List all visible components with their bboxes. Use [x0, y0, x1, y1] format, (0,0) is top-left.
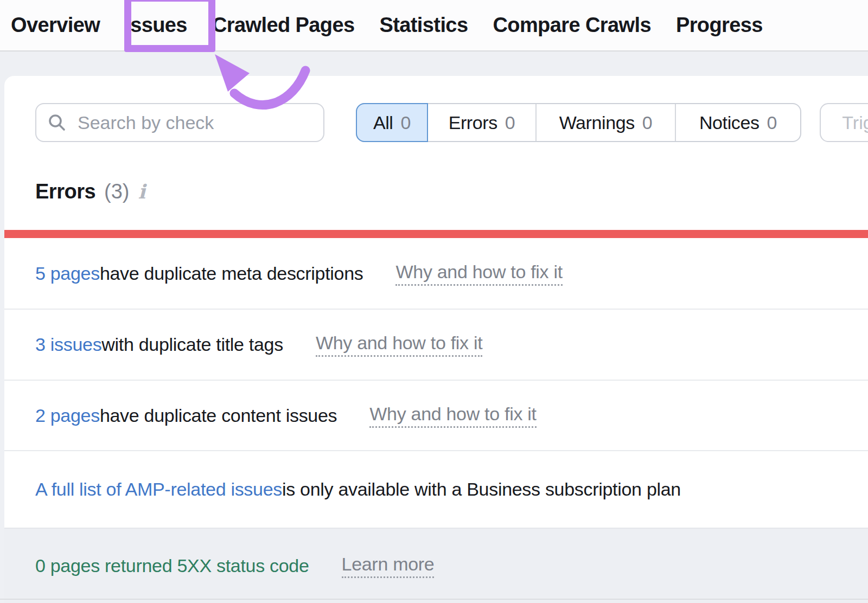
issue-row-amp-upsell: A full list of AMP-related issues is onl… — [4, 450, 868, 528]
issue-pages-link[interactable]: 3 issues — [35, 334, 101, 355]
triggered-checks-button[interactable]: Trig — [820, 103, 868, 142]
filter-all-label: All — [373, 112, 393, 133]
tab-compare-crawls[interactable]: Compare Crawls — [493, 14, 650, 37]
filter-errors-count: 0 — [505, 112, 515, 133]
tab-crawled-pages[interactable]: Crawled Pages — [212, 14, 355, 37]
info-icon[interactable]: i — [138, 180, 146, 203]
why-how-fix-link[interactable]: Why and how to fix it — [369, 403, 536, 428]
why-how-fix-link[interactable]: Why and how to fix it — [395, 261, 562, 286]
passed-check-row: 0 pages returned 5XX status code Learn m… — [4, 528, 868, 603]
issue-description: have duplicate content issues — [100, 405, 337, 426]
errors-section-header: Errors (3) i — [35, 180, 145, 203]
filter-all-count: 0 — [401, 112, 411, 133]
issue-row-duplicate-content: 2 pages have duplicate content issues Wh… — [4, 380, 868, 450]
amp-issues-link[interactable]: A full list of AMP-related issues — [35, 479, 282, 500]
tab-statistics[interactable]: Statistics — [379, 14, 468, 37]
bottom-edge-divider — [0, 599, 868, 600]
filter-warnings[interactable]: Warnings 0 — [537, 104, 676, 141]
filter-errors[interactable]: Errors 0 — [428, 104, 537, 141]
issue-row-duplicate-meta: 5 pages have duplicate meta descriptions… — [4, 238, 868, 309]
severity-filter-group: All 0 Errors 0 Warnings 0 Notices 0 — [356, 103, 801, 142]
error-severity-bar — [4, 230, 868, 238]
section-count: (3) — [104, 180, 129, 203]
issue-description: with duplicate title tags — [101, 334, 283, 355]
passed-check-text: 0 pages returned 5XX status code — [35, 555, 309, 576]
filter-notices-count: 0 — [767, 112, 777, 133]
tab-issues[interactable]: Issues — [125, 14, 187, 37]
issue-description: is only available with a Business subscr… — [282, 479, 681, 500]
issues-panel: All 0 Errors 0 Warnings 0 Notices 0 Trig… — [4, 76, 868, 603]
section-title: Errors — [35, 180, 95, 203]
issue-row-duplicate-titles: 3 issues with duplicate title tags Why a… — [4, 309, 868, 380]
filter-notices-label: Notices — [699, 112, 760, 133]
issue-pages-link[interactable]: 2 pages — [35, 405, 100, 426]
issue-pages-link[interactable]: 5 pages — [35, 263, 100, 284]
tab-progress[interactable]: Progress — [676, 14, 763, 37]
learn-more-link[interactable]: Learn more — [342, 554, 435, 578]
filter-warnings-count: 0 — [642, 112, 653, 133]
search-icon — [47, 113, 67, 132]
search-box — [35, 103, 324, 142]
filter-warnings-label: Warnings — [559, 112, 635, 133]
filter-errors-label: Errors — [449, 112, 497, 133]
search-input[interactable] — [76, 112, 319, 134]
top-nav: Overview Issues Crawled Pages Statistics… — [0, 0, 868, 52]
issue-description: have duplicate meta descriptions — [100, 263, 363, 284]
filter-notices[interactable]: Notices 0 — [676, 104, 800, 141]
filter-all[interactable]: All 0 — [356, 103, 428, 142]
why-how-fix-link[interactable]: Why and how to fix it — [316, 332, 482, 357]
tab-overview[interactable]: Overview — [11, 14, 100, 37]
